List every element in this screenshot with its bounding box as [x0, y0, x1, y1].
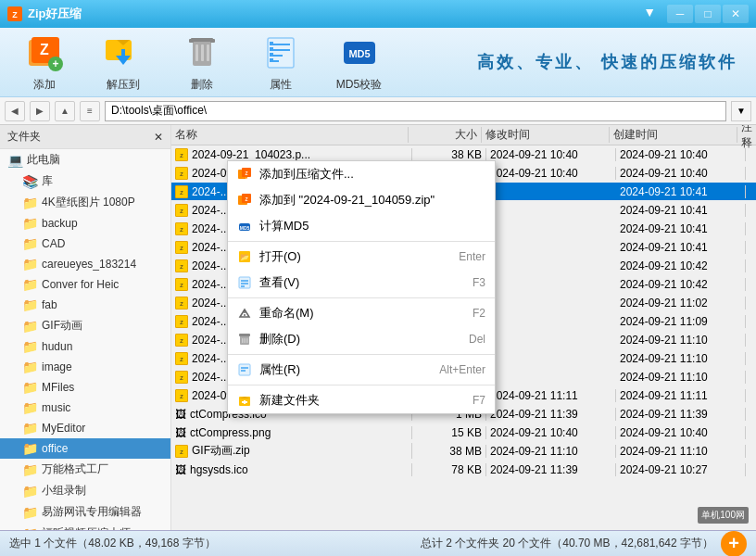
svg-rect-47	[245, 338, 246, 343]
properties-button[interactable]: 属性	[255, 32, 306, 93]
folder-icon-3: 📁	[22, 216, 38, 231]
status-right-text: 总计 2 个文件夹 20 个文件（40.70 MB，42,681,642 字节）	[421, 536, 713, 551]
sidebar-item-5[interactable]: 📁 careueyes_183214	[0, 254, 170, 274]
svg-rect-49	[239, 364, 250, 375]
file-size-15: 15 KB	[412, 426, 486, 439]
file-size-0: 38 KB	[412, 148, 486, 161]
ctx-item-2[interactable]: MD5 计算MD5	[228, 213, 495, 239]
sidebar-item-label-3: backup	[42, 217, 78, 230]
file-list-header: 名称 大小 修改时间 创建时间 注释	[171, 125, 756, 145]
folder-icon-0: 💻	[7, 153, 23, 168]
svg-rect-45	[239, 334, 250, 336]
file-modified-13: 2024-09-21 11:11	[486, 389, 616, 402]
ctx-icon-6	[237, 332, 252, 347]
delete-button[interactable]: 删除	[176, 32, 227, 93]
minimize-button[interactable]: ─	[667, 5, 693, 23]
sidebar-item-7[interactable]: 📁 fab	[0, 295, 170, 315]
file-name-17: 🖼hgsysds.ico	[171, 463, 412, 476]
folder-icon-7: 📁	[22, 297, 38, 312]
sidebar-item-18[interactable]: 📁 福昕视频压缩大师	[0, 523, 170, 530]
sidebar-item-8[interactable]: 📁 GIF动画	[0, 315, 170, 336]
sidebar-item-14[interactable]: 📁 office	[0, 438, 170, 459]
file-row-15[interactable]: 🖼ctCompress.png 15 KB 2024-09-21 10:40 2…	[171, 423, 756, 442]
col-header-modified[interactable]: 修改时间	[482, 127, 610, 143]
md5-button[interactable]: MD5 MD5校验	[334, 32, 384, 93]
back-button[interactable]: ◀	[5, 101, 25, 121]
close-button[interactable]: ✕	[723, 5, 749, 23]
col-header-size[interactable]: 大小	[409, 127, 482, 143]
svg-rect-23	[270, 53, 273, 57]
svg-rect-15	[207, 44, 209, 61]
svg-rect-21	[270, 42, 273, 45]
sidebar-item-12[interactable]: 📁 music	[0, 398, 170, 418]
sidebar-item-4[interactable]: 📁 CAD	[0, 234, 170, 254]
zip-file-icon: z	[175, 259, 188, 272]
ctx-item-5[interactable]: 重命名(M) F2	[228, 300, 495, 326]
forward-button[interactable]: ▶	[30, 101, 50, 121]
ctx-item-3[interactable]: 📂 打开(O) Enter	[228, 244, 495, 270]
sidebar-item-1[interactable]: 📚 库	[0, 171, 170, 192]
file-row-16[interactable]: zGIF动画.zip 38 MB 2024-09-21 11:10 2024-0…	[171, 442, 756, 461]
sidebar-item-label-7: fab	[42, 298, 57, 311]
maximize-button[interactable]: □	[695, 5, 721, 23]
properties-label: 属性	[270, 77, 292, 93]
list-view-button[interactable]: ≡	[80, 101, 100, 121]
ctx-shortcut-6: Del	[469, 333, 485, 346]
ctx-label-0: 添加到压缩文件...	[259, 166, 354, 183]
file-created-4: 2024-09-21 10:41	[616, 222, 746, 235]
ctx-item-1[interactable]: Z 添加到 "2024-09-21_104059.zip"	[228, 187, 495, 213]
col-header-created[interactable]: 创建时间	[610, 127, 737, 143]
svg-rect-12	[210, 39, 215, 43]
file-created-3: 2024-09-21 10:41	[616, 204, 746, 217]
sidebar-item-13[interactable]: 📁 MyEditor	[0, 418, 170, 438]
sidebar-item-0[interactable]: 💻 此电脑	[0, 149, 170, 171]
file-created-17: 2024-09-21 10:27	[616, 463, 746, 476]
sidebar-item-10[interactable]: 📁 image	[0, 357, 170, 377]
file-row-17[interactable]: 🖼hgsysds.ico 78 KB 2024-09-21 11:39 2024…	[171, 461, 756, 479]
sidebar-item-label-13: MyEditor	[42, 422, 85, 435]
sidebar-item-3[interactable]: 📁 backup	[0, 213, 170, 234]
col-header-name[interactable]: 名称	[171, 127, 409, 143]
folder-icon-8: 📁	[22, 319, 38, 334]
folder-icon-6: 📁	[22, 277, 38, 292]
ctx-label-1: 添加到 "2024-09-21_104059.zip"	[259, 192, 435, 208]
sidebar-item-9[interactable]: 📁 hudun	[0, 336, 170, 357]
sidebar-item-label-10: image	[42, 360, 72, 373]
ctx-item-7[interactable]: 属性(R) Alt+Enter	[228, 357, 495, 383]
file-modified-17: 2024-09-21 11:39	[486, 463, 616, 476]
delete-icon	[182, 32, 222, 73]
file-name-16: zGIF动画.zip	[171, 443, 412, 459]
sidebar-item-label-18: 福昕视频压缩大师	[42, 525, 131, 530]
sidebar-item-label-17: 易游网讯专用编辑器	[42, 504, 142, 520]
ctx-item-8[interactable]: 新建文件夹 F7	[228, 387, 495, 413]
add-button[interactable]: Z + 添加	[19, 32, 69, 93]
ctx-icon-4	[237, 275, 252, 290]
ctx-item-6[interactable]: 删除(D) Del	[228, 326, 495, 352]
sidebar-item-label-8: GIF动画	[42, 318, 82, 334]
sidebar-item-11[interactable]: 📁 MFiles	[0, 377, 170, 398]
ctx-item-left-0: Z+ 添加到压缩文件...	[237, 166, 354, 183]
up-button[interactable]: ▲	[55, 101, 75, 121]
add-floating-button[interactable]: +	[721, 531, 747, 557]
folder-icon-11: 📁	[22, 380, 38, 395]
folder-icon-4: 📁	[22, 236, 38, 251]
sidebar-item-15[interactable]: 📁 万能格式工厂	[0, 459, 170, 480]
ctx-item-4[interactable]: 查看(V) F3	[228, 270, 495, 296]
ctx-label-3: 打开(O)	[259, 248, 301, 265]
extract-button[interactable]: 解压到	[97, 32, 148, 93]
md5-icon: MD5	[339, 32, 380, 73]
ctx-item-left-2: MD5 计算MD5	[237, 218, 309, 234]
address-field[interactable]: D:\tools\桌面\office\	[105, 101, 726, 121]
sidebar-item-16[interactable]: 📁 小组录制	[0, 480, 170, 501]
file-created-16: 2024-09-21 11:10	[616, 445, 746, 458]
sidebar-item-6[interactable]: 📁 Conver for Heic	[0, 274, 170, 295]
sidebar-close-icon[interactable]: ✕	[154, 131, 163, 144]
sidebar-item-2[interactable]: 📁 4K壁纸图片 1080P	[0, 192, 170, 213]
svg-rect-11	[189, 39, 194, 43]
sidebar-item-17[interactable]: 📁 易游网讯专用编辑器	[0, 501, 170, 523]
ctx-item-0[interactable]: Z+ 添加到压缩文件...	[228, 161, 495, 187]
address-dropdown[interactable]: ▼	[731, 101, 751, 121]
ctx-separator-2	[228, 241, 495, 242]
add-label: 添加	[33, 77, 56, 93]
sidebar-item-label-4: CAD	[42, 237, 65, 250]
